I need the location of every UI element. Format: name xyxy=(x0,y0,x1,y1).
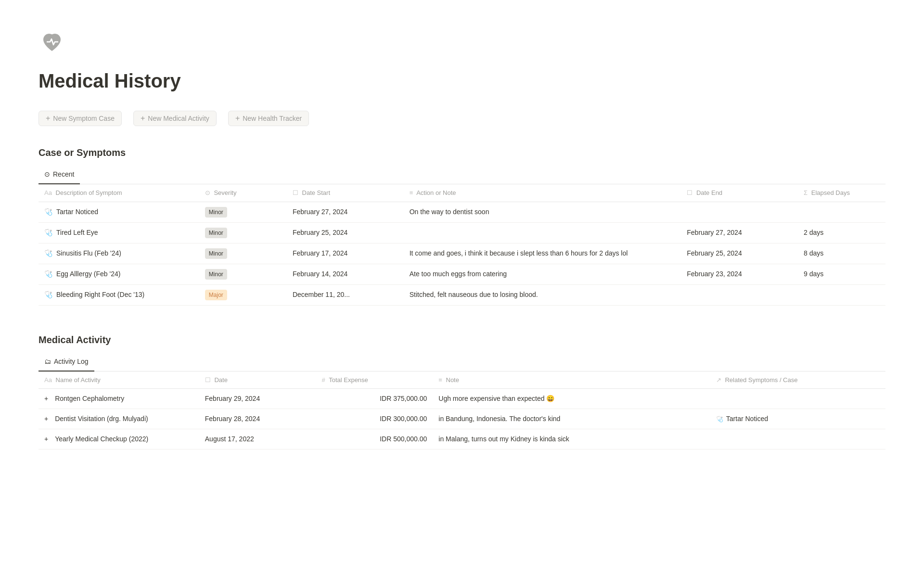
activity-name: Dentist Visitation (drg. Mulyadi) xyxy=(55,414,148,424)
activity-log-tab[interactable]: 🗂 Activity Log xyxy=(38,353,94,372)
severity-badge: Minor xyxy=(205,248,227,259)
symptom-description: Tired Left Eye xyxy=(56,228,98,238)
symptom-datestart-cell: February 14, 2024 xyxy=(287,264,404,284)
page-title: Medical History xyxy=(38,66,886,95)
activity-related-cell xyxy=(710,389,886,409)
symptom-row[interactable]: 🩺 Tired Left Eye Minor February 25, 2024… xyxy=(38,222,886,243)
activity-section: Medical Activity 🗂 Activity Log Aa Name … xyxy=(38,333,886,450)
symptom-description: Tartar Noticed xyxy=(56,207,98,217)
col-severity: ⊙ Severity xyxy=(199,184,287,202)
activity-name: Rontgen Cephalometry xyxy=(55,394,124,404)
symptom-datestart-cell: February 25, 2024 xyxy=(287,222,404,243)
new-health-tracker-button[interactable]: + New Health Tracker xyxy=(228,111,309,126)
symptom-description: Sinusitis Flu (Feb '24) xyxy=(56,248,121,258)
symptom-description-cell: 🩺 Egg Alllergy (Feb '24) xyxy=(38,264,199,284)
action-buttons: + New Symptom Case + New Medical Activit… xyxy=(38,111,886,126)
symptom-action-cell: Stitched, felt nauseous due to losing bl… xyxy=(404,284,681,305)
symptom-dateend-cell xyxy=(681,284,798,305)
symptom-datestart-cell: February 27, 2024 xyxy=(287,202,404,222)
symptom-dateend-cell: February 27, 2024 xyxy=(681,222,798,243)
symptom-row-icon: 🩺 xyxy=(44,248,52,258)
symptoms-section: Case or Symptoms ⊙ Recent Aa Description… xyxy=(38,145,886,306)
symptom-description-cell: 🩺 Tired Left Eye xyxy=(38,222,199,243)
col-description: Aa Description of Symptom xyxy=(38,184,199,202)
symptom-elapsed-cell: 2 days xyxy=(798,222,886,243)
severity-badge: Minor xyxy=(205,228,227,238)
col-name: Aa Name of Activity xyxy=(38,372,199,389)
activity-date-cell: August 17, 2022 xyxy=(199,429,316,449)
symptom-row-icon: 🩺 xyxy=(44,269,52,279)
new-medical-activity-button[interactable]: + New Medical Activity xyxy=(133,111,217,126)
activity-tab-bar: 🗂 Activity Log xyxy=(38,353,886,372)
symptom-elapsed-cell: 9 days xyxy=(798,264,886,284)
severity-badge: Minor xyxy=(205,207,227,218)
symptoms-table: Aa Description of Symptom ⊙ Severity ☐ D… xyxy=(38,184,886,306)
related-icon: 🩺 xyxy=(716,415,723,423)
symptom-elapsed-cell: 8 days xyxy=(798,243,886,264)
symptom-dateend-cell xyxy=(681,202,798,222)
health-icon xyxy=(38,29,65,56)
activity-row[interactable]: + Dentist Visitation (drg. Mulyadi) Febr… xyxy=(38,409,886,429)
activity-date-cell: February 29, 2024 xyxy=(199,389,316,409)
new-symptom-case-button[interactable]: + New Symptom Case xyxy=(38,111,122,126)
activity-row-plus-icon: + xyxy=(44,434,48,444)
symptom-severity-cell: Minor xyxy=(199,243,287,264)
clock-icon: ⊙ xyxy=(44,169,50,180)
activity-note-cell: Ugh more expensive than expected 😄 xyxy=(433,389,710,409)
symptom-action-cell xyxy=(404,222,681,243)
activity-expense-cell: IDR 500,000.00 xyxy=(316,429,433,449)
activity-row[interactable]: + Rontgen Cephalometry February 29, 2024… xyxy=(38,389,886,409)
symptom-description-cell: 🩺 Sinusitis Flu (Feb '24) xyxy=(38,243,199,264)
col-action: ≡ Action or Note xyxy=(404,184,681,202)
col-dateend: ☐ Date End xyxy=(681,184,798,202)
symptom-row[interactable]: 🩺 Egg Alllergy (Feb '24) Minor February … xyxy=(38,264,886,284)
activity-table-header: Aa Name of Activity ☐ Date # Total Expen… xyxy=(38,372,886,389)
plus-icon: + xyxy=(46,114,50,123)
activity-icon: 🗂 xyxy=(44,357,51,367)
severity-badge: Major xyxy=(205,290,227,300)
activity-name-cell: + Dentist Visitation (drg. Mulyadi) xyxy=(38,409,199,429)
symptom-dateend-cell: February 25, 2024 xyxy=(681,243,798,264)
symptom-row[interactable]: 🩺 Bleeding Right Foot (Dec '13) Major De… xyxy=(38,284,886,305)
col-note: ≡ Note xyxy=(433,372,710,389)
activity-name: Yearly Medical Checkup (2022) xyxy=(55,434,148,444)
symptom-elapsed-cell xyxy=(798,202,886,222)
symptom-description-cell: 🩺 Tartar Noticed xyxy=(38,202,199,222)
symptoms-recent-tab[interactable]: ⊙ Recent xyxy=(38,166,80,184)
symptom-row-icon: 🩺 xyxy=(44,290,52,300)
symptom-row-icon: 🩺 xyxy=(44,228,52,238)
col-elapsed: Σ Elapsed Days xyxy=(798,184,886,202)
symptoms-section-title: Case or Symptoms xyxy=(38,145,886,160)
activity-table-body: + Rontgen Cephalometry February 29, 2024… xyxy=(38,389,886,449)
logo-container xyxy=(38,29,886,66)
symptom-datestart-cell: February 17, 2024 xyxy=(287,243,404,264)
activity-section-title: Medical Activity xyxy=(38,333,886,347)
plus-icon: + xyxy=(235,114,240,123)
symptom-severity-cell: Minor xyxy=(199,222,287,243)
activity-related-cell: 🩺Tartar Noticed xyxy=(710,409,886,429)
activity-name-cell: + Rontgen Cephalometry xyxy=(38,389,199,409)
related-name: Tartar Noticed xyxy=(726,414,768,424)
symptom-description: Egg Alllergy (Feb '24) xyxy=(56,269,120,279)
col-datestart: ☐ Date Start xyxy=(287,184,404,202)
symptom-action-cell: It come and goes, i think it because i s… xyxy=(404,243,681,264)
symptom-action-cell: On the way to dentist soon xyxy=(404,202,681,222)
symptom-severity-cell: Minor xyxy=(199,264,287,284)
symptoms-tab-bar: ⊙ Recent xyxy=(38,166,886,184)
activity-date-cell: February 28, 2024 xyxy=(199,409,316,429)
symptoms-table-header: Aa Description of Symptom ⊙ Severity ☐ D… xyxy=(38,184,886,202)
symptom-elapsed-cell xyxy=(798,284,886,305)
activity-note-cell: in Bandung, Indonesia. The doctor's kind xyxy=(433,409,710,429)
symptom-row[interactable]: 🩺 Tartar Noticed Minor February 27, 2024… xyxy=(38,202,886,222)
symptom-severity-cell: Major xyxy=(199,284,287,305)
col-date: ☐ Date xyxy=(199,372,316,389)
symptom-severity-cell: Minor xyxy=(199,202,287,222)
symptom-row[interactable]: 🩺 Sinusitis Flu (Feb '24) Minor February… xyxy=(38,243,886,264)
activity-table: Aa Name of Activity ☐ Date # Total Expen… xyxy=(38,372,886,450)
activity-expense-cell: IDR 375,000.00 xyxy=(316,389,433,409)
symptom-datestart-cell: December 11, 20... xyxy=(287,284,404,305)
activity-row-plus-icon: + xyxy=(44,394,48,404)
activity-row[interactable]: + Yearly Medical Checkup (2022) August 1… xyxy=(38,429,886,449)
activity-name-cell: + Yearly Medical Checkup (2022) xyxy=(38,429,199,449)
plus-icon: + xyxy=(141,114,145,123)
